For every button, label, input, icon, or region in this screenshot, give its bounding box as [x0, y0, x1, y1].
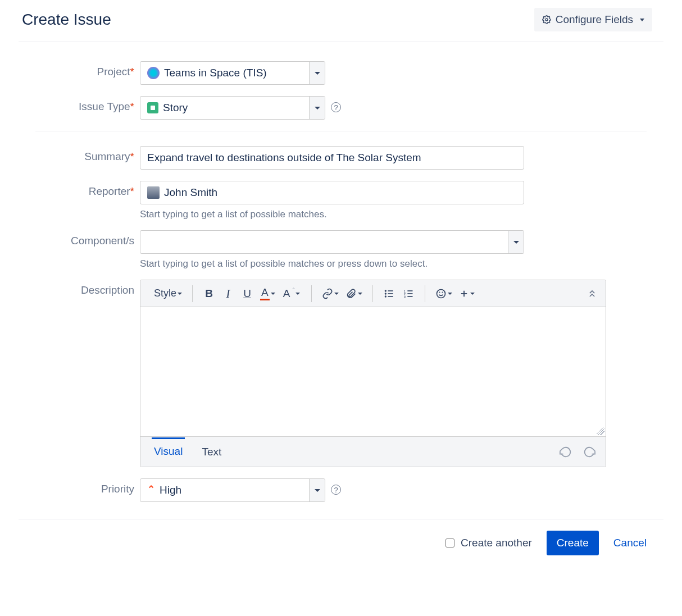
- chevron-down-icon: [358, 293, 362, 295]
- bold-button[interactable]: B: [201, 285, 217, 302]
- field-reporter: Reporter* John Smith Start typing to get…: [35, 181, 647, 220]
- dialog-footer: Create another Create Cancel: [19, 519, 663, 567]
- create-another-checkbox[interactable]: Create another: [443, 537, 532, 549]
- gear-icon: [542, 15, 551, 24]
- project-avatar-icon: [147, 67, 160, 79]
- required-indicator: *: [130, 101, 134, 112]
- field-description: Description Style B I U A: [35, 280, 647, 467]
- link-button[interactable]: [320, 285, 341, 302]
- cancel-link[interactable]: Cancel: [613, 537, 647, 549]
- field-issue-type: Issue Type* Story ?: [35, 96, 647, 120]
- svg-point-0: [545, 19, 548, 21]
- issue-type-label: Issue Type: [79, 101, 130, 112]
- svg-point-6: [385, 296, 387, 297]
- underline-button[interactable]: U: [239, 285, 256, 302]
- chevron-down-icon: [448, 293, 452, 295]
- reporter-value: John Smith: [164, 186, 217, 199]
- collapse-toolbar-icon[interactable]: [586, 288, 598, 299]
- configure-fields-label: Configure Fields: [556, 13, 633, 26]
- field-project: Project* Teams in Space (TIS): [35, 61, 647, 85]
- help-icon[interactable]: ?: [331, 102, 341, 112]
- dialog-title: Create Issue: [22, 11, 111, 29]
- create-button[interactable]: Create: [547, 531, 599, 555]
- create-issue-dialog: Create Issue Configure Fields Project* T…: [19, 0, 663, 567]
- chevron-down-icon: [178, 293, 182, 295]
- form-body: Project* Teams in Space (TIS) Issue Type…: [19, 42, 663, 519]
- dropdown-arrow-icon[interactable]: [309, 97, 325, 119]
- dropdown-arrow-icon[interactable]: [508, 231, 524, 253]
- attachment-button[interactable]: [343, 285, 365, 302]
- numbered-list-button[interactable]: 123: [400, 285, 417, 302]
- dropdown-arrow-icon[interactable]: [309, 62, 325, 84]
- help-icon[interactable]: ?: [331, 485, 341, 495]
- description-textarea[interactable]: [140, 307, 606, 436]
- chevron-down-icon: [470, 293, 475, 295]
- reporter-input[interactable]: John Smith: [140, 181, 524, 204]
- insert-more-button[interactable]: [457, 285, 477, 302]
- style-dropdown-button[interactable]: Style: [152, 285, 184, 302]
- description-label: Description: [81, 284, 134, 296]
- field-summary: Summary*: [35, 146, 647, 170]
- reporter-label: Reporter: [89, 185, 130, 197]
- user-avatar-icon: [147, 186, 160, 199]
- clear-formatting-button[interactable]: A◦: [280, 285, 304, 302]
- undo-button[interactable]: [560, 446, 572, 458]
- svg-point-13: [437, 289, 445, 298]
- configure-fields-button[interactable]: Configure Fields: [534, 8, 652, 31]
- project-select[interactable]: Teams in Space (TIS): [140, 61, 325, 85]
- project-label: Project: [97, 66, 130, 77]
- components-label: Component/s: [71, 235, 134, 247]
- components-hint: Start typing to get a list of possible m…: [140, 258, 647, 270]
- required-indicator: *: [130, 185, 134, 197]
- resize-handle[interactable]: [597, 427, 604, 435]
- section-divider: [35, 131, 647, 131]
- chevron-down-icon: [295, 293, 300, 295]
- redo-button[interactable]: [583, 446, 595, 458]
- chevron-down-icon: [640, 19, 644, 21]
- emoji-button[interactable]: [433, 285, 454, 302]
- priority-select[interactable]: ⌃ High: [140, 478, 325, 502]
- create-another-label: Create another: [461, 537, 532, 549]
- issue-type-value: Story: [163, 102, 188, 114]
- reporter-hint: Start typing to get a list of possible m…: [140, 209, 647, 220]
- summary-input[interactable]: [140, 146, 524, 170]
- issue-type-select[interactable]: Story: [140, 96, 325, 120]
- svg-point-5: [385, 293, 387, 294]
- components-input[interactable]: [140, 230, 524, 254]
- priority-label: Priority: [101, 483, 134, 495]
- text-color-button[interactable]: A: [258, 285, 278, 302]
- italic-button[interactable]: I: [220, 285, 237, 302]
- field-priority: Priority ⌃ High ?: [35, 478, 647, 502]
- tab-visual[interactable]: Visual: [152, 437, 185, 466]
- rte-toolbar: Style B I U A A◦: [140, 280, 606, 307]
- svg-text:3: 3: [404, 295, 406, 298]
- summary-label: Summary: [84, 150, 130, 162]
- required-indicator: *: [130, 150, 134, 162]
- dialog-header: Create Issue Configure Fields: [19, 0, 663, 42]
- dropdown-arrow-icon[interactable]: [309, 479, 325, 501]
- story-icon: [147, 102, 158, 113]
- chevron-down-icon: [271, 293, 275, 295]
- priority-high-icon: ⌃: [147, 483, 155, 495]
- bullet-list-button[interactable]: [381, 285, 398, 302]
- svg-point-4: [385, 290, 387, 291]
- rte-footer: Visual Text: [140, 436, 606, 467]
- tab-text[interactable]: Text: [199, 438, 224, 466]
- chevron-down-icon: [334, 293, 339, 295]
- create-another-input[interactable]: [445, 539, 454, 547]
- required-indicator: *: [130, 66, 134, 77]
- priority-value: High: [160, 484, 181, 496]
- project-value: Teams in Space (TIS): [164, 67, 267, 79]
- rich-text-editor: Style B I U A A◦: [140, 280, 606, 467]
- field-components: Component/s Start typing to get a list o…: [35, 230, 647, 270]
